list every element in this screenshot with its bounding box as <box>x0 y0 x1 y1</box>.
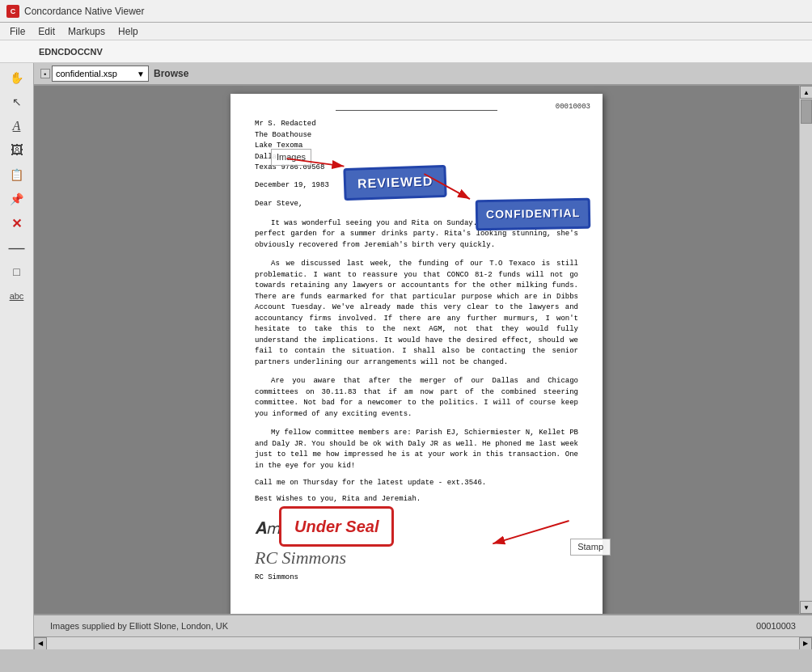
line-tool[interactable]: — <box>4 236 30 259</box>
text-select-tool[interactable]: A <box>4 115 30 137</box>
left-toolbar: ✋ ↖ A 🖼 📋 📌 ✕ — □ abc <box>0 63 34 649</box>
menu-markups[interactable]: Markups <box>61 24 112 39</box>
annotation-stamp-label: Stamp <box>570 539 611 556</box>
doc-number-top: 00010003 <box>556 102 590 112</box>
text-tool[interactable]: abc <box>4 285 30 307</box>
file-selector: ▪ confidential.xsp ▼ <box>40 66 149 82</box>
doc-para-3: Are you aware that after the merger of o… <box>255 376 578 420</box>
scroll-thumb[interactable] <box>801 99 812 124</box>
doc-para-4: My fellow committee members are: Parish … <box>255 428 578 471</box>
doc-scroll-area: 00010003 Mr S. Redacted The Boathouse La… <box>34 86 812 614</box>
document-viewer[interactable]: 00010003 Mr S. Redacted The Boathouse La… <box>34 86 799 614</box>
main-toolbar: EDNCDOCCNV <box>0 40 812 63</box>
menu-help[interactable]: Help <box>112 24 145 39</box>
doc-para-2: As we discussed last week, the funding o… <box>255 259 578 368</box>
app-icon: C <box>6 5 19 18</box>
menu-edit[interactable]: Edit <box>32 24 61 39</box>
doc-signature-render: RC Simmons <box>255 546 578 571</box>
file-indicator: ▪ <box>40 69 50 78</box>
status-left: Images supplied by Elliott Slone, London… <box>50 621 228 631</box>
app-title: Concordance Native Viewer <box>24 6 145 17</box>
pin-tool[interactable]: 📌 <box>4 188 30 210</box>
stamp-reviewed[interactable]: REVIEWED <box>343 165 447 201</box>
content-area: ▪ confidential.xsp ▼ Browse 00010003 <box>34 63 812 649</box>
right-scrollbar[interactable]: ▲ ▼ <box>799 86 812 614</box>
status-right: 00010003 <box>756 621 796 631</box>
pan-tool[interactable]: ✋ <box>4 66 30 89</box>
rectangle-tool[interactable]: □ <box>4 260 30 283</box>
cross-tool[interactable]: ✕ <box>4 212 30 235</box>
scroll-right-arrow[interactable]: ▶ <box>799 637 812 650</box>
stamp-confidential[interactable]: CONFIDENTIAL <box>475 198 590 230</box>
title-bar: C Concordance Native Viewer <box>0 0 812 23</box>
file-toolbar: ▪ confidential.xsp ▼ Browse <box>34 63 812 86</box>
scroll-down-arrow[interactable]: ▼ <box>800 601 812 614</box>
annotation-images-label: Images <box>271 149 311 166</box>
status-bar: Images supplied by Elliott Slone, London… <box>34 614 812 636</box>
file-dropdown[interactable]: confidential.xsp ▼ <box>52 66 149 82</box>
menu-file[interactable]: File <box>3 24 32 39</box>
document-id: EDNCDOCCNV <box>39 47 103 57</box>
bottom-scrollbar[interactable]: ◀ ▶ <box>34 636 812 649</box>
main-area: ✋ ↖ A 🖼 📋 📌 ✕ — □ abc ▪ confidential.xsp… <box>0 63 812 649</box>
doc-signatory: RC Simmons <box>255 573 578 583</box>
document-page: 00010003 Mr S. Redacted The Boathouse La… <box>230 94 603 614</box>
h-scroll-track[interactable] <box>47 637 799 650</box>
stamp-underseal[interactable]: Under Seal <box>279 506 394 547</box>
stamp-tool-2[interactable]: 📋 <box>4 163 30 186</box>
stamp-tool-1[interactable]: 🖼 <box>4 139 30 162</box>
select-tool[interactable]: ↖ <box>4 91 30 113</box>
scroll-up-arrow[interactable]: ▲ <box>800 86 812 99</box>
scroll-left-arrow[interactable]: ◀ <box>34 637 47 650</box>
scroll-track[interactable] <box>800 99 812 601</box>
menu-bar: File Edit Markups Help <box>0 23 812 40</box>
doc-closing: Best Wishes to you, Rita and Jeremiah. <box>255 494 578 505</box>
browse-button[interactable]: Browse <box>154 68 188 79</box>
doc-phone-note: Call me on Thursday for the latest updat… <box>255 478 578 489</box>
